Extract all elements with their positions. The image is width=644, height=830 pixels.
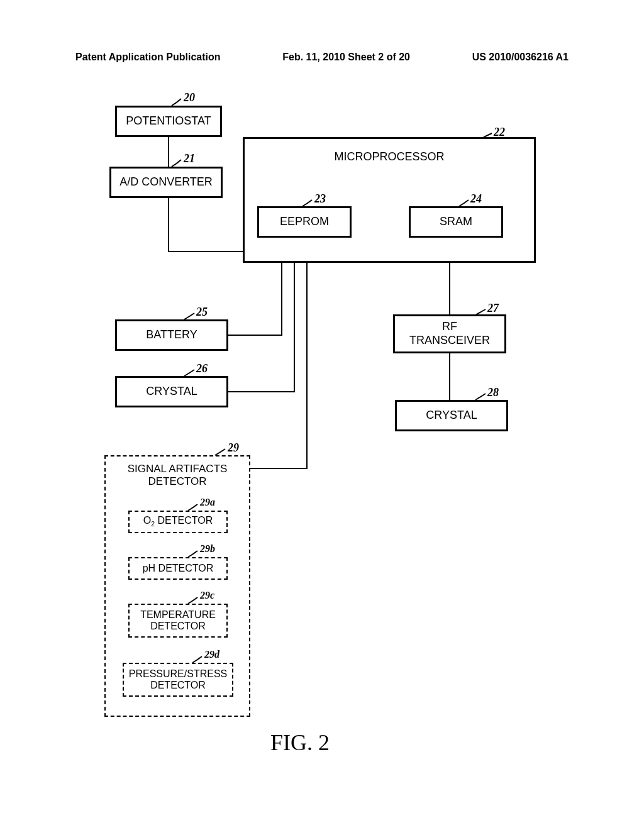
- pressure-l2: DETECTOR: [150, 680, 206, 691]
- block-ad-converter: A/D CONVERTER: [109, 167, 223, 198]
- rf-transceiver-l2: TRANSCEIVER: [409, 334, 490, 348]
- ref-21: 21: [184, 152, 195, 165]
- block-temperature-detector: TEMPERATURE DETECTOR: [128, 604, 228, 638]
- microprocessor-label: MICROPROCESSOR: [334, 150, 444, 164]
- ref-29b: 29b: [200, 543, 215, 555]
- block-microprocessor: MICROPROCESSOR: [243, 137, 536, 263]
- ref-28: 28: [487, 386, 499, 399]
- ref-29d: 29d: [204, 649, 219, 660]
- ref-26: 26: [196, 362, 208, 375]
- ref-27: 27: [487, 302, 499, 315]
- block-potentiostat: POTENTIOSTAT: [115, 106, 222, 137]
- signal-artifacts-l1: SIGNAL ARTIFACTS: [128, 463, 228, 475]
- block-battery: BATTERY: [115, 319, 228, 351]
- figure-caption: FIG. 2: [270, 729, 330, 756]
- ref-29: 29: [228, 441, 239, 455]
- ref-29a: 29a: [200, 497, 215, 508]
- temperature-l1: TEMPERATURE: [140, 609, 216, 621]
- ref-24: 24: [470, 192, 482, 206]
- connector-lines: [0, 0, 644, 830]
- ref-25: 25: [196, 306, 208, 319]
- block-crystal-left: CRYSTAL: [115, 376, 228, 407]
- ref-29c: 29c: [200, 590, 214, 601]
- signal-artifacts-title: SIGNAL ARTIFACTS DETECTOR: [106, 463, 249, 487]
- ref-23: 23: [314, 192, 326, 206]
- ref-22: 22: [494, 126, 505, 139]
- ref-20: 20: [184, 91, 195, 104]
- pressure-l1: PRESSURE/STRESS: [129, 668, 227, 680]
- block-sram: SRAM: [409, 206, 503, 238]
- temperature-l2: DETECTOR: [150, 621, 206, 632]
- block-o2-detector: O2 DETECTOR: [128, 511, 228, 533]
- rf-transceiver-l1: RF: [442, 320, 457, 334]
- block-pressure-detector: PRESSURE/STRESS DETECTOR: [123, 663, 233, 697]
- block-rf-transceiver: RF TRANSCEIVER: [393, 314, 506, 353]
- block-crystal-right: CRYSTAL: [395, 400, 508, 431]
- diagram-canvas: POTENTIOSTAT 20 A/D CONVERTER 21 MICROPR…: [0, 0, 644, 830]
- block-eeprom: EEPROM: [257, 206, 352, 238]
- o2-detector-label: O2 DETECTOR: [143, 515, 213, 528]
- block-ph-detector: pH DETECTOR: [128, 557, 228, 580]
- signal-artifacts-l2: DETECTOR: [148, 475, 206, 487]
